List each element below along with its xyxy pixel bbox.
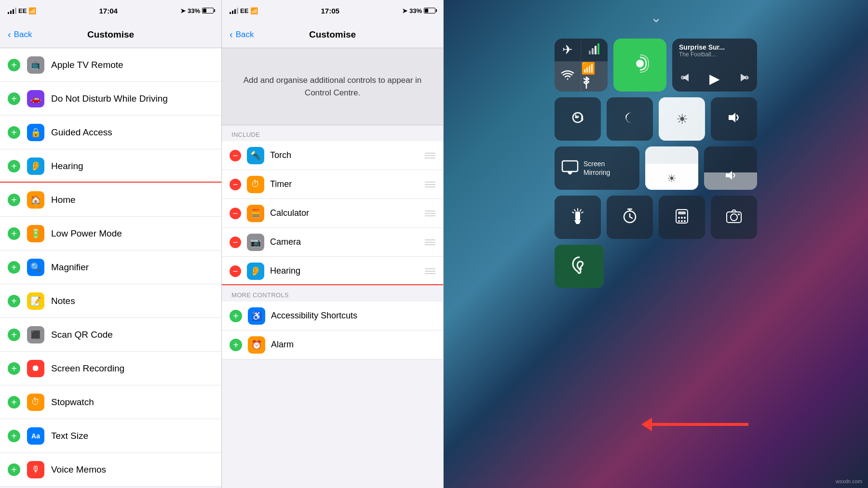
add-button-notes[interactable]: + — [8, 295, 20, 307]
cc-grid: ✈ — [555, 39, 757, 288]
add-button-stopwatch[interactable]: + — [8, 396, 20, 409]
bluetooth-button[interactable]: 📶 — [581, 62, 608, 92]
watermark: wsxdn.com — [836, 478, 862, 484]
include-item-camera[interactable]: − 📷 Camera — [222, 228, 443, 257]
more-item-alarm[interactable]: + ⏰ Alarm — [222, 330, 443, 359]
icon-include-calculator: 🧮 — [247, 205, 264, 222]
brightness-up-button[interactable]: ☀ — [659, 97, 705, 141]
podcast-button[interactable] — [613, 39, 666, 92]
add-button-home[interactable]: + — [8, 194, 20, 206]
carrier-1: EE — [18, 7, 27, 14]
add-button-low-power[interactable]: + — [8, 227, 20, 240]
label-notes: Notes — [51, 296, 75, 306]
calculator-cc-button[interactable] — [659, 196, 705, 239]
skip-fwd-button[interactable]: 30 — [737, 71, 750, 87]
rotation-lock-icon — [569, 109, 586, 130]
icon-include-torch: 🔦 — [247, 147, 264, 164]
list-item-text-size[interactable]: + Aa Text Size — [0, 419, 221, 453]
back-button-1[interactable]: ‹ Back — [8, 29, 32, 40]
skip-back-button[interactable]: 30 — [679, 71, 692, 87]
list-item-home[interactable]: + 🏠 Home — [0, 183, 221, 217]
hearing-cc-button[interactable] — [555, 245, 604, 288]
list-item-magnifier[interactable]: + 🔍 Magnifier — [0, 251, 221, 284]
torch-button[interactable] — [555, 196, 601, 239]
brightness-slider[interactable]: ☀ — [645, 146, 698, 190]
add-button-guided[interactable]: + — [8, 126, 20, 139]
volume-button[interactable] — [711, 97, 757, 141]
more-item-accessibility[interactable]: + ♿ Accessibility Shortcuts — [222, 302, 443, 330]
drag-handle-calculator[interactable] — [425, 211, 435, 216]
drag-handle-camera[interactable] — [425, 239, 435, 245]
add-button-hearing-1[interactable]: + — [8, 160, 20, 172]
label-stopwatch: Stopwatch — [51, 397, 94, 408]
label-include-torch: Torch — [270, 150, 291, 160]
close-chevron-icon[interactable]: ⌄ — [651, 10, 662, 26]
add-button-screen-rec[interactable]: + — [8, 362, 20, 375]
include-item-calculator[interactable]: − 🧮 Calculator — [222, 199, 443, 228]
add-button-dnd[interactable]: + — [8, 92, 20, 105]
add-button-scan-qr[interactable]: + — [8, 329, 20, 341]
list-item-scan-qr[interactable]: + ⬛ Scan QR Code — [0, 318, 221, 352]
remove-button-torch[interactable]: − — [230, 150, 241, 161]
cc-connectivity-block: ✈ — [555, 39, 608, 92]
wifi-icon-1: 📶 — [28, 7, 36, 14]
wifi-button[interactable] — [555, 62, 581, 92]
screen-mirroring-button[interactable]: ScreenMirroring — [555, 146, 639, 190]
label-scan-qr: Scan QR Code — [51, 330, 113, 340]
svg-rect-14 — [575, 211, 580, 220]
list-item-screen-recording[interactable]: + ⏺ Screen Recording — [0, 352, 221, 385]
list-item-hearing-1[interactable]: + 👂 Hearing — [0, 149, 221, 183]
label-include-calculator: Calculator — [270, 208, 309, 218]
add-button-alarm[interactable]: + — [230, 339, 242, 351]
drag-handle-torch[interactable] — [425, 153, 435, 158]
add-button-text-size[interactable]: + — [8, 430, 20, 442]
add-button-voice-memos[interactable]: + — [8, 463, 20, 476]
add-button-apple-tv[interactable]: + — [8, 59, 20, 71]
list-item-dnd-driving[interactable]: + 🚗 Do Not Disturb While Driving — [0, 82, 221, 116]
nav-title-1: Customise — [87, 29, 134, 40]
label-include-timer: Timer — [270, 179, 292, 189]
label-home: Home — [51, 195, 76, 205]
battery-text-1: 33% — [188, 7, 200, 14]
nav-bar-1: ‹ Back Customise — [0, 21, 221, 48]
back-button-2[interactable]: ‹ Back — [230, 29, 254, 40]
rotation-lock-button[interactable] — [555, 97, 601, 141]
airplane-mode-button[interactable]: ✈ — [555, 39, 581, 62]
list-item-voice-memos[interactable]: + 🎙 Voice Memos — [0, 453, 221, 487]
list-item-apple-tv-remote[interactable]: + 📺 Apple TV Remote — [0, 48, 221, 82]
include-item-timer[interactable]: − ⏱ Timer — [222, 170, 443, 199]
label-include-camera: Camera — [270, 237, 301, 247]
location-icon-2: ➤ — [402, 7, 407, 14]
media-info: Surprise Sur... The Football... — [679, 43, 750, 58]
icon-screen-rec: ⏺ — [27, 360, 44, 377]
list-item-stopwatch[interactable]: + ⏱ Stopwatch — [0, 385, 221, 419]
remove-button-hearing[interactable]: − — [230, 265, 241, 277]
more-controls-header: MORE CONTROLS — [222, 286, 443, 302]
svg-rect-18 — [678, 211, 686, 214]
remove-button-timer[interactable]: − — [230, 179, 241, 190]
list-item-notes[interactable]: + 📝 Notes — [0, 284, 221, 318]
drag-handle-timer[interactable] — [425, 182, 435, 187]
add-button-magnifier[interactable]: + — [8, 261, 20, 274]
drag-handle-hearing[interactable] — [425, 268, 435, 274]
svg-point-26 — [731, 214, 737, 221]
remove-button-camera[interactable]: − — [230, 237, 241, 248]
include-item-torch[interactable]: − 🔦 Torch — [222, 141, 443, 170]
nav-bar-2: ‹ Back Customise — [222, 21, 443, 48]
volume-slider[interactable] — [704, 146, 757, 190]
signal-bars-2 — [230, 7, 238, 14]
podcast-icon — [629, 53, 651, 78]
cc-row3: ScreenMirroring ☀ — [555, 146, 757, 190]
cellular-button[interactable] — [581, 39, 608, 62]
timer-cc-button[interactable] — [607, 196, 653, 239]
add-button-accessibility[interactable]: + — [230, 310, 242, 322]
camera-cc-button[interactable] — [711, 196, 757, 239]
include-item-hearing[interactable]: − 👂 Hearing — [222, 257, 443, 286]
play-button[interactable]: ▶ — [709, 71, 720, 87]
remove-button-calculator[interactable]: − — [230, 208, 241, 219]
icon-include-hearing: 👂 — [247, 263, 264, 280]
list-item-guided-access[interactable]: + 🔒 Guided Access — [0, 116, 221, 149]
do-not-disturb-button[interactable] — [607, 97, 653, 141]
list-item-low-power[interactable]: + 🔋 Low Power Mode — [0, 217, 221, 251]
battery-container-2 — [424, 8, 435, 13]
